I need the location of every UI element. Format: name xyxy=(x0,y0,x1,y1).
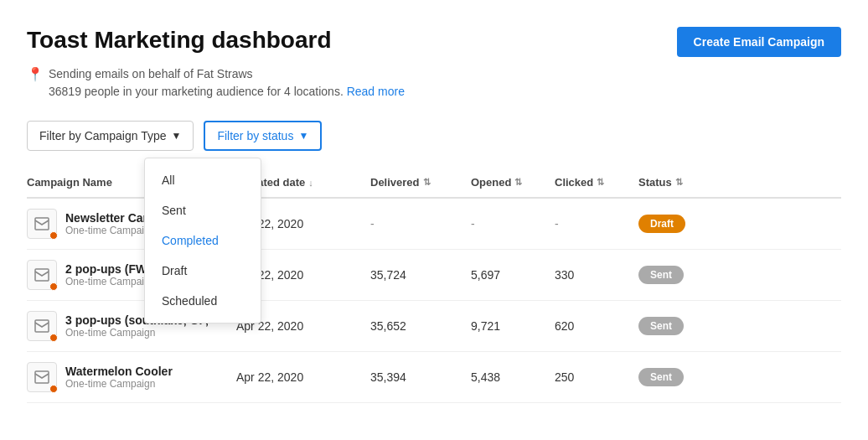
delivered: 35,652 xyxy=(370,319,471,333)
filter-status-button[interactable]: Filter by status ▼ xyxy=(204,121,322,151)
campaign-icon xyxy=(27,209,57,239)
sub-info: 📍 Sending emails on behalf of Fat Straws… xyxy=(27,65,841,101)
clicked: 330 xyxy=(555,268,638,282)
status-badge: Sent xyxy=(638,317,684,335)
clicked: 620 xyxy=(555,319,638,333)
sort-down-icon: ↓ xyxy=(308,178,313,188)
status-dot xyxy=(49,334,58,342)
opened: 5,438 xyxy=(471,370,555,384)
delivered: 35,394 xyxy=(370,370,471,384)
sub-info-line1: Sending emails on behalf of Fat Straws xyxy=(49,65,405,83)
read-more-link[interactable]: Read more xyxy=(347,85,405,98)
campaign-cell: Watermelon Cooler One-time Campaign xyxy=(27,362,236,392)
th-status[interactable]: Status ⇅ xyxy=(638,176,731,189)
th-clicked[interactable]: Clicked ⇅ xyxy=(555,176,638,189)
status-dot xyxy=(49,282,58,291)
chevron-down-icon: ▼ xyxy=(298,130,308,142)
campaign-type: One-time Campaign xyxy=(65,327,209,339)
sub-info-line2: 36819 people in your marketing audience … xyxy=(49,83,405,101)
opened: 5,697 xyxy=(471,268,555,282)
opened: 9,721 xyxy=(471,319,555,333)
svg-rect-3 xyxy=(35,371,49,383)
chevron-down-icon: ▼ xyxy=(171,130,181,142)
campaign-icon xyxy=(27,311,57,341)
status-cell: Draft xyxy=(638,215,731,233)
location-icon: 📍 xyxy=(27,66,44,82)
updated-date: Apr 22, 2020 xyxy=(236,370,370,384)
campaign-info: Watermelon Cooler One-time Campaign xyxy=(65,365,173,390)
sort-icon: ⇅ xyxy=(597,177,604,188)
dropdown-item-scheduled[interactable]: Scheduled xyxy=(145,286,261,316)
status-cell: Sent xyxy=(638,317,731,335)
dropdown-item-all[interactable]: All xyxy=(145,165,261,195)
dropdown-item-draft[interactable]: Draft xyxy=(145,256,261,286)
svg-rect-0 xyxy=(35,218,49,230)
status-cell: Sent xyxy=(638,266,731,284)
status-badge: Draft xyxy=(638,215,685,233)
clicked: - xyxy=(555,217,638,230)
dropdown-item-sent[interactable]: Sent xyxy=(145,195,261,225)
status-badge: Sent xyxy=(638,266,684,284)
page-header: Toast Marketing dashboard Create Email C… xyxy=(27,27,841,57)
campaign-name: Watermelon Cooler xyxy=(65,365,173,378)
sort-icon: ⇅ xyxy=(423,177,431,188)
campaign-icon xyxy=(27,260,57,290)
filter-campaign-type-button[interactable]: Filter by Campaign Type ▼ xyxy=(27,121,194,151)
status-cell: Sent xyxy=(638,368,731,386)
svg-rect-2 xyxy=(35,320,49,332)
status-dot xyxy=(49,231,58,240)
delivered: 35,724 xyxy=(370,268,471,282)
campaign-icon xyxy=(27,362,57,392)
status-dropdown: All Sent Completed Draft Scheduled xyxy=(144,158,261,324)
dropdown-item-completed[interactable]: Completed xyxy=(145,225,261,256)
create-campaign-button[interactable]: Create Email Campaign xyxy=(677,27,841,57)
filters-bar: Filter by Campaign Type ▼ Filter by stat… xyxy=(27,121,841,151)
th-delivered[interactable]: Delivered ⇅ xyxy=(370,176,471,189)
sort-icon: ⇅ xyxy=(514,177,522,188)
th-opened[interactable]: Opened ⇅ xyxy=(471,176,555,189)
svg-rect-1 xyxy=(35,269,49,281)
page-title: Toast Marketing dashboard xyxy=(27,27,332,54)
campaign-type: One-time Campaign xyxy=(65,378,173,390)
status-badge: Sent xyxy=(638,368,684,386)
status-dot xyxy=(49,385,58,393)
opened: - xyxy=(471,217,555,230)
clicked: 250 xyxy=(555,370,638,384)
sub-text: Sending emails on behalf of Fat Straws 3… xyxy=(49,65,405,101)
sort-icon: ⇅ xyxy=(675,177,683,188)
table-row[interactable]: Watermelon Cooler One-time Campaign Apr … xyxy=(27,352,841,403)
delivered: - xyxy=(370,217,471,230)
